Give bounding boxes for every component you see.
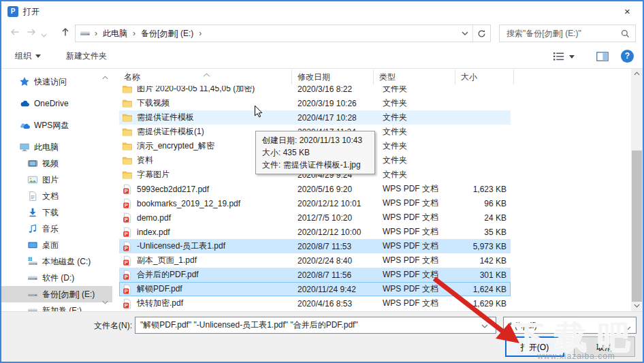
scroll-up-icon[interactable] bbox=[631, 69, 643, 79]
file-name: 字幕图片 bbox=[137, 169, 170, 180]
file-row[interactable]: 需提供证件模板2020/4/17 10:28文件夹 bbox=[119, 110, 511, 125]
sidebar-item[interactable]: 图片 bbox=[1, 172, 112, 188]
file-date: 2020/12/12 10:01 bbox=[297, 199, 383, 208]
chevron-down-icon bbox=[624, 323, 631, 332]
scroll-down-icon[interactable] bbox=[631, 301, 643, 311]
history-chevron-down-icon[interactable] bbox=[41, 29, 50, 42]
file-type: 文件夹 bbox=[383, 140, 455, 152]
sidebar-item[interactable]: WPS网盘 bbox=[1, 117, 112, 133]
sidebar-item[interactable]: 此电脑 bbox=[1, 139, 112, 155]
list-view-icon[interactable] bbox=[553, 49, 564, 64]
file-name: demo.pdf bbox=[137, 213, 171, 223]
pdf-icon: P bbox=[122, 255, 133, 266]
file-type: WPS PDF 文档 bbox=[383, 183, 455, 195]
open-file-dialog: P 打开 × › 此电脑 › 备份[勿删] (E:) › bbox=[0, 0, 644, 363]
file-row[interactable]: P解锁PDF.pdf2020/11/24 9:42WPS PDF 文档1,624… bbox=[119, 282, 511, 296]
sidebar-item[interactable]: 下载 bbox=[1, 204, 112, 221]
file-size: 1,624 KB bbox=[455, 285, 511, 294]
sidebar-item-label: 此电脑 bbox=[34, 142, 59, 153]
file-row[interactable]: Pindex.pdf2020/12/12 10:00WPS PDF 文档35 K… bbox=[119, 225, 511, 239]
file-size: 1,623 KB bbox=[455, 185, 511, 194]
sidebar-item[interactable]: 视频 bbox=[1, 155, 112, 172]
refresh-icon[interactable] bbox=[472, 25, 490, 42]
file-row[interactable]: P-Unlicensed-员工表1.pdf2020/8/7 11:53WPS P… bbox=[119, 239, 511, 253]
file-row[interactable]: Pbookmarks_2019_12_19.pdf2020/12/12 10:0… bbox=[119, 196, 511, 210]
breadcrumb-drive-e[interactable]: 备份[勿删] (E:) bbox=[140, 28, 195, 40]
sidebar-item[interactable]: OneDrive bbox=[1, 95, 112, 112]
sidebar-item[interactable]: 备份[勿删] (E:) bbox=[1, 286, 112, 302]
list-scrollbar[interactable] bbox=[631, 69, 643, 311]
onedrive-icon bbox=[19, 98, 30, 109]
column-header-size[interactable]: 大小 bbox=[455, 69, 514, 84]
scroll-up-icon[interactable] bbox=[101, 74, 108, 81]
file-row[interactable]: 下载视频2020/3/19 10:26文件夹 bbox=[119, 96, 511, 110]
sidebar-item[interactable]: 音乐 bbox=[1, 221, 112, 237]
close-icon[interactable]: × bbox=[612, 1, 643, 22]
scrollbar-thumb[interactable] bbox=[632, 151, 642, 302]
window-title: 打开 bbox=[23, 6, 39, 18]
file-row[interactable]: P合并后的PDF.pdf2020/8/7 11:56WPS PDF 文档301 … bbox=[119, 268, 511, 282]
pdf-icon: P bbox=[122, 298, 133, 309]
file-type: 文件夹 bbox=[383, 97, 455, 109]
file-row[interactable]: P5993ecb2dd217.pdf2020/5/16 9:20WPS PDF … bbox=[119, 182, 511, 196]
svg-text:P: P bbox=[125, 230, 128, 236]
magnifier-icon[interactable] bbox=[620, 29, 630, 39]
address-chevron-down-icon[interactable] bbox=[457, 25, 472, 42]
sidebar-item[interactable]: 软件 (D:) bbox=[1, 270, 112, 286]
main-area: 快速访问OneDriveWPS网盘此电脑视频图片文档下载音乐桌面本地磁盘 (C:… bbox=[1, 69, 643, 311]
download-icon bbox=[27, 207, 38, 218]
svg-text:P: P bbox=[125, 259, 128, 265]
file-name: 合并后的PDF.pdf bbox=[137, 269, 199, 281]
column-header-type[interactable]: 类型 bbox=[374, 69, 455, 84]
address-bar[interactable]: › 此电脑 › 备份[勿删] (E:) › bbox=[75, 25, 491, 42]
file-row[interactable]: P快转加密.pdf2020/4/16 8:53WPS PDF 文档1,629 K… bbox=[119, 296, 511, 311]
folder-icon bbox=[122, 155, 133, 166]
search-input[interactable] bbox=[505, 26, 614, 41]
file-date: 2020/5/16 9:20 bbox=[297, 185, 383, 194]
sidebar-item[interactable]: 快速访问 bbox=[1, 74, 112, 90]
column-label: 名称 bbox=[124, 72, 140, 83]
video-icon bbox=[27, 158, 38, 169]
views-chevron-down-icon[interactable] bbox=[569, 49, 575, 64]
help-icon[interactable]: ? bbox=[621, 48, 634, 63]
file-row[interactable]: 图片 2020-03-05 11,45,05 (加密)2020/3/16 8:2… bbox=[119, 86, 511, 96]
cancel-button[interactable]: 取消 bbox=[574, 336, 635, 357]
up-arrow-icon[interactable] bbox=[59, 26, 72, 40]
breadcrumb-this-pc[interactable]: 此电脑 bbox=[101, 28, 129, 40]
svg-text:P: P bbox=[125, 187, 128, 193]
file-date: 2020/4/16 8:53 bbox=[297, 299, 383, 309]
breadcrumb-separator: › bbox=[199, 29, 202, 38]
file-row[interactable]: Pdemo.pdf2012/7/5 10:20WPS PDF 文档24 KB bbox=[119, 210, 511, 225]
file-name: 5993ecb2dd217.pdf bbox=[137, 185, 209, 194]
sidebar-item[interactable]: 本地磁盘 (C:) bbox=[1, 253, 112, 270]
preview-pane-icon[interactable] bbox=[596, 49, 609, 64]
svg-text:P: P bbox=[125, 244, 128, 251]
filename-chevron-down-icon[interactable] bbox=[481, 321, 488, 330]
file-type: WPS PDF 文档 bbox=[383, 269, 455, 281]
sidebar-item[interactable]: 桌面 bbox=[1, 237, 112, 253]
filename-input[interactable] bbox=[135, 317, 496, 334]
sidebar-item[interactable]: 新加卷 (F:) bbox=[1, 302, 112, 311]
search-box bbox=[499, 25, 636, 42]
open-button[interactable]: 打开(O) bbox=[505, 336, 564, 357]
file-row[interactable]: P副本_页面_1.pdf2020/2/24 8:40WPS PDF 文档142 … bbox=[119, 253, 511, 268]
forward-arrow-icon[interactable] bbox=[25, 26, 38, 40]
organize-button[interactable]: 组织 bbox=[11, 44, 45, 68]
sidebar-item[interactable]: 文档 bbox=[1, 188, 112, 204]
svg-text:P: P bbox=[125, 202, 128, 208]
sidebar-item-label: 软件 (D:) bbox=[42, 272, 74, 284]
file-info-tooltip: 创建日期: 2020/11/13 10:43 大小: 435 KB 文件: 需提… bbox=[255, 131, 375, 174]
column-header-date[interactable]: 修改日期 bbox=[292, 69, 374, 84]
sidebar-item-label: 本地磁盘 (C:) bbox=[42, 256, 91, 268]
filetype-dropdown[interactable]: * (*.pdf) bbox=[503, 317, 637, 334]
sidebar-scrollbar[interactable] bbox=[101, 69, 109, 311]
scroll-down-icon[interactable] bbox=[101, 299, 108, 306]
svg-text:P: P bbox=[125, 302, 128, 308]
file-name: 资料 bbox=[137, 155, 153, 166]
organize-label: 组织 bbox=[15, 50, 31, 62]
back-arrow-icon[interactable] bbox=[8, 26, 22, 40]
file-size: 1,629 KB bbox=[455, 299, 511, 309]
new-folder-button[interactable]: 新建文件夹 bbox=[62, 44, 111, 68]
dialog-footer: 文件名(N): * (*.pdf) 打开(O) 取消 bbox=[1, 311, 643, 362]
file-date: 2020/8/7 11:53 bbox=[297, 242, 383, 251]
